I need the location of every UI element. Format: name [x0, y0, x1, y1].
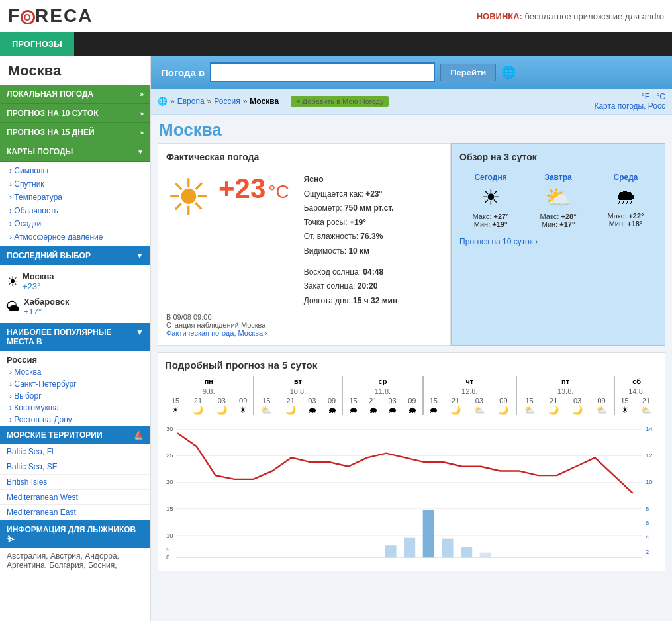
sidebar-marine-header: МОРСКИЕ ТЕРРИТОРИИ ⛵	[0, 426, 150, 444]
sidebar-popular-header: НАИБОЛЕЕ ПОПУЛЯРНЫЕ МЕСТА В ▼	[0, 323, 150, 351]
forecast-table: пн вт ср чт пт сб 9.8. 10.8. 11.8. 12.8.…	[165, 376, 658, 415]
sidebar-maps-precip[interactable]: › Осадки	[0, 217, 150, 230]
arrow-icon: »	[140, 110, 144, 117]
arrow-icon: ▼	[137, 148, 144, 156]
sidebar-marine-british-isles[interactable]: British Isles	[0, 475, 150, 490]
svg-text:4: 4	[646, 533, 649, 540]
svg-text:8: 8	[646, 505, 649, 512]
forecast-dates-row: 9.8. 10.8. 11.8. 12.8. 13.8. 14.8.	[165, 387, 658, 396]
forecast-day-sat: сб	[614, 376, 658, 387]
current-sun-info: Восход солнца: 04:48 Закат солнца: 20:20…	[304, 265, 398, 309]
current-weather-panel: Фактическая погода ☀ +23 °C Ясно Ощущает…	[158, 143, 451, 346]
overview-panel: Обзор на 3 суток Сегодня ☀ Макс: +27° Ми…	[451, 143, 665, 346]
svg-text:0: 0	[166, 553, 169, 561]
current-footer: В 09/08 09:00 Станция наблюдений Москва …	[166, 313, 442, 337]
svg-rect-22	[423, 510, 434, 558]
breadcrumb-path: 🌐 » Европа » Россия » Москва + Добавить …	[158, 96, 389, 107]
weather-icon: ⛅	[540, 185, 577, 210]
weather-icon-small: ☀	[7, 273, 19, 289]
sidebar-ski-content: Австралия, Австрия, Андорра, Аргентина, …	[0, 548, 150, 573]
sidebar-15day[interactable]: ПРОГНОЗ НА 15 ДНЕЙ »	[0, 123, 150, 142]
sidebar-city: Москва	[0, 56, 150, 85]
sidebar-maps-symbols[interactable]: › Символы	[0, 164, 150, 177]
svg-text:2: 2	[646, 549, 649, 556]
boat-icon: ⛵	[134, 430, 144, 440]
svg-rect-24	[461, 547, 472, 557]
breadcrumb-moscow: Москва	[250, 97, 279, 106]
sidebar-maps-pressure[interactable]: › Атмосферное давление	[0, 230, 150, 244]
svg-text:15: 15	[166, 505, 173, 512]
forecast-5day-section: Подробный прогноз на 5 суток пн вт ср чт…	[158, 352, 665, 571]
forecast-day-thu: чт	[423, 376, 516, 387]
svg-text:30: 30	[166, 426, 173, 433]
overview-days: Сегодня ☀ Макс: +27° Мин: +19° Завтра ⛅ …	[459, 173, 657, 228]
svg-rect-25	[480, 553, 491, 558]
breadcrumb-russia[interactable]: Россия	[214, 97, 240, 106]
forecast-days-row: пн вт ср чт пт сб	[165, 376, 658, 387]
svg-text:20: 20	[166, 479, 173, 486]
sidebar-10day[interactable]: ПРОГНОЗ НА 10 СУТОК »	[0, 104, 150, 123]
forecast-10day-link[interactable]: Прогноз на 10 суток ›	[459, 237, 538, 246]
breadcrumb-europe[interactable]: Европа	[177, 97, 205, 106]
sidebar-maps-temperature[interactable]: › Температура	[0, 191, 150, 204]
forecast-icons-row: ☀🌙🌙☀ ⛅🌙🌧🌧 🌧🌧🌧🌧 🌧🌙⛅🌙 ⛅🌙🌙⛅ ☀⛅	[165, 405, 658, 415]
weather-icon: ☀	[473, 185, 509, 210]
sidebar-city-vyborg[interactable]: › Выборг	[0, 390, 150, 402]
map-link[interactable]: Карта погоды, Росс	[594, 101, 665, 111]
header: FORECA НОВИНКА: бесплатное приложение дл…	[0, 0, 672, 32]
search-input[interactable]	[210, 62, 435, 82]
sidebar-city-moscow[interactable]: › Москва	[0, 366, 150, 378]
page-city-title: Москва	[151, 115, 672, 143]
overview-day-tomorrow: Завтра ⛅ Макс: +28° Мин: +17°	[540, 173, 577, 228]
forecast-chart-svg: 30 25 20 15 10 5 0 14 12 10 8 6 4 2	[165, 418, 658, 564]
arrow-icon: ▼	[136, 251, 144, 260]
breadcrumb: 🌐 » Европа » Россия » Москва + Добавить …	[151, 89, 672, 115]
globe-icon-small: 🌐	[158, 97, 168, 106]
sidebar-maps-submenu: › Символы › Спутник › Температура › Обла…	[0, 162, 150, 246]
search-bar: Погода в Перейти 🌐	[151, 56, 672, 89]
sidebar-last-city-khabarovsk[interactable]: 🌥 Хабаровск +17°	[7, 294, 144, 319]
add-to-my-weather-button[interactable]: + Добавить в Мою Погоду	[291, 96, 389, 107]
svg-rect-23	[442, 539, 453, 558]
sidebar-maps[interactable]: КАРТЫ ПОГОДЫ ▼	[0, 142, 150, 162]
weather-panels: Фактическая погода ☀ +23 °C Ясно Ощущает…	[158, 143, 665, 346]
overview-forecast-link: Прогноз на 10 суток ›	[459, 236, 657, 246]
forecast-day-fri: пт	[516, 376, 614, 387]
logo: FORECA	[8, 5, 93, 26]
forecast-5day-title: Подробный прогноз на 5 суток	[165, 359, 658, 371]
temperature-units[interactable]: °E | °C	[642, 92, 665, 101]
svg-text:5: 5	[166, 546, 169, 553]
forecast-day-wed: ср	[342, 376, 422, 387]
navbar-forecasts[interactable]: ПРОГНОЗЫ	[0, 32, 74, 56]
sidebar-last-choice: ☀ Москва +23° 🌥 Хабаровск +17°	[0, 265, 150, 323]
navbar: ПРОГНОЗЫ	[0, 32, 672, 56]
sidebar-maps-clouds[interactable]: › Облачность	[0, 204, 150, 217]
svg-text:25: 25	[166, 452, 173, 459]
current-temp: +23	[218, 173, 265, 205]
overview-day-today: Сегодня ☀ Макс: +27° Мин: +19°	[473, 173, 509, 228]
arrow-icon: ▼	[136, 328, 144, 346]
svg-text:10: 10	[646, 479, 653, 486]
sidebar-local-weather[interactable]: ЛОКАЛЬНАЯ ПОГОДА »	[0, 85, 150, 104]
forecast-table-wrapper: пн вт ср чт пт сб 9.8. 10.8. 11.8. 12.8.…	[165, 376, 658, 415]
svg-text:6: 6	[646, 519, 649, 526]
sidebar-city-kostomuksha[interactable]: › Костомукша	[0, 402, 150, 414]
sidebar-marine-med-east[interactable]: Mediterranean East	[0, 505, 150, 520]
sidebar-maps-satellite[interactable]: › Спутник	[0, 177, 150, 191]
sidebar-marine-baltic-se[interactable]: Baltic Sea, SE	[0, 459, 150, 475]
svg-rect-20	[385, 546, 396, 558]
current-weather-content: ☀ +23 °C Ясно Ощущается как: +23° Бароме…	[166, 173, 442, 308]
actual-weather-link[interactable]: Фактическая погода, Москва	[166, 329, 263, 337]
current-unit: °C	[268, 181, 289, 203]
sidebar-marine-baltic-fl[interactable]: Baltic Sea, Fl	[0, 444, 150, 459]
svg-rect-21	[404, 538, 415, 558]
current-weather-title: Фактическая погода	[166, 152, 442, 166]
sidebar-marine-med-west[interactable]: Mediterranean West	[0, 490, 150, 505]
weather-icon-small: 🌥	[7, 299, 20, 314]
globe-icon[interactable]: 🌐	[501, 65, 516, 79]
sidebar: Москва ЛОКАЛЬНАЯ ПОГОДА » ПРОГНОЗ НА 10 …	[0, 56, 151, 621]
sidebar-last-city-moscow[interactable]: ☀ Москва +23°	[7, 269, 144, 294]
sidebar-city-spb[interactable]: › Санкт-Петербург	[0, 378, 150, 390]
sidebar-city-rostov[interactable]: › Ростов-на-Дону	[0, 414, 150, 426]
search-button[interactable]: Перейти	[440, 64, 496, 81]
